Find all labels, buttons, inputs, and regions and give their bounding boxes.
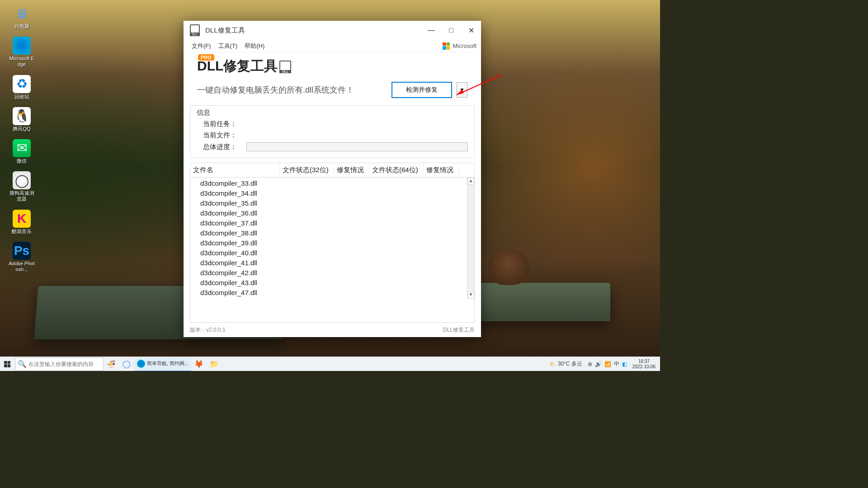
search-input[interactable] — [28, 361, 96, 367]
column-header[interactable]: 文件状态(32位) — [280, 163, 334, 177]
icon: Ps — [13, 242, 31, 260]
app-name-text: DLL修复工具 — [443, 326, 475, 334]
icon: K — [13, 210, 31, 228]
icon: ◯ — [13, 171, 31, 189]
titlebar[interactable]: DLL修复工具 — □ ✕ — [184, 21, 481, 40]
table-row[interactable]: d3dcompiler_40.dll — [200, 248, 467, 258]
icon: ✉ — [13, 139, 31, 157]
tray-icon[interactable]: ⊕ — [588, 361, 592, 367]
table-row[interactable]: d3dcompiler_35.dll — [200, 198, 467, 208]
taskbar-edge[interactable]: 简单导航, 简约网... — [134, 357, 191, 371]
table-header: 文件名文件状态(32位)修复情况文件状态(64位)修复情况 — [190, 163, 474, 178]
icon: 🖥 — [13, 5, 31, 23]
icon-label: 回收站 — [8, 94, 35, 100]
app-window: DLL修复工具 — □ ✕ 文件(F) 工具(T) 帮助(H) Microsof… — [184, 21, 481, 337]
scroll-up-icon[interactable]: ▲ — [467, 178, 474, 185]
hero-title: DLL修复工具 PRO — [197, 57, 467, 75]
desktop-icon[interactable]: K酷我音乐 — [8, 210, 35, 235]
clock[interactable]: 16:37 2022-10-06 — [630, 359, 658, 370]
column-header[interactable]: 文件状态(64位) — [369, 163, 424, 177]
desktop-icon[interactable]: Microsoft Edge — [8, 37, 35, 67]
desktop-icon[interactable]: ♻回收站 — [8, 75, 35, 100]
menu-file[interactable]: 文件(F) — [188, 42, 215, 50]
icon-label: Adobe Photosh... — [8, 261, 35, 272]
minimize-button[interactable]: — — [421, 21, 441, 40]
desktop-icons: 🖥此电脑Microsoft Edge♻回收站🐧腾讯QQ✉微信◯搜狗高速浏览器K酷… — [8, 5, 40, 280]
icon-label: 酷我音乐 — [8, 229, 35, 235]
system-tray: ⛅ 30°C 多云 ⊕ 🔊 📶 中 ◧ 16:37 2022-10-06 — [549, 359, 660, 370]
progress-bar — [246, 142, 468, 151]
desktop-icon[interactable]: 🖥此电脑 — [8, 5, 35, 29]
table-row[interactable]: d3dcompiler_38.dll — [200, 228, 467, 238]
hero-section: DLL修复工具 PRO 一键自动修复电脑丢失的所有.dll系统文件！ 检测并修复… — [184, 52, 481, 101]
taskbar-firefox[interactable]: 🦊 — [191, 357, 207, 371]
table-row[interactable]: d3dcompiler_41.dll — [200, 258, 467, 268]
icon-label: 腾讯QQ — [8, 126, 35, 132]
current-file-label: 当前文件： — [203, 131, 244, 140]
table-row[interactable]: d3dcompiler_42.dll — [200, 268, 467, 278]
column-header[interactable]: 文件名 — [190, 163, 280, 177]
menu-tools[interactable]: 工具(T) — [215, 42, 241, 50]
taskbar-sogou[interactable]: ◯ — [119, 357, 134, 371]
dropdown-button[interactable]: ▼ — [457, 82, 467, 98]
dll-icon — [279, 61, 291, 73]
version-text: 版本：v2.0.0.1 — [190, 326, 226, 334]
file-list[interactable]: d3dcompiler_33.dlld3dcompiler_34.dlld3dc… — [190, 178, 467, 299]
info-title: 信息 — [197, 108, 468, 117]
close-button[interactable]: ✕ — [461, 21, 481, 40]
column-header[interactable]: 修复情况 — [424, 163, 459, 177]
icon-label: 搜狗高速浏览器 — [8, 190, 35, 202]
scroll-down-icon[interactable]: ▼ — [467, 291, 474, 299]
table-row[interactable]: d3dcompiler_34.dll — [200, 188, 467, 198]
tray-volume-icon[interactable]: 🔊 — [595, 361, 602, 367]
progress-label: 总体进度： — [203, 143, 244, 151]
weather-icon: ⛅ — [549, 361, 556, 367]
icon-label: Microsoft Edge — [8, 56, 35, 67]
start-button[interactable] — [0, 357, 14, 371]
desktop-icon[interactable]: 🐧腾讯QQ — [8, 107, 35, 132]
microsoft-logo: Microsoft — [443, 42, 476, 50]
tray-wifi-icon[interactable]: 📶 — [604, 361, 611, 367]
current-task-label: 当前任务： — [203, 120, 244, 128]
pro-badge: PRO — [198, 54, 214, 61]
table-row[interactable]: d3dcompiler_36.dll — [200, 208, 467, 218]
edge-icon — [137, 360, 145, 368]
tray-ime-icon[interactable]: 中 — [614, 360, 619, 368]
table-row[interactable]: d3dcompiler_39.dll — [200, 238, 467, 248]
wallpaper-decor — [488, 249, 529, 285]
desktop-icon[interactable]: PsAdobe Photosh... — [8, 242, 35, 272]
app-icon — [190, 24, 200, 36]
desktop-icon[interactable]: ◯搜狗高速浏览器 — [8, 171, 35, 202]
table-row[interactable]: d3dcompiler_43.dll — [200, 278, 467, 288]
table-row[interactable]: d3dcompiler_37.dll — [200, 218, 467, 228]
desktop-icon[interactable]: ✉微信 — [8, 139, 35, 164]
file-table: 文件名文件状态(32位)修复情况文件状态(64位)修复情况 d3dcompile… — [190, 163, 475, 323]
taskbar: 🔍 🍜 ◯ 简单导航, 简约网... 🦊 📁 ⛅ 30°C 多云 ⊕ 🔊 📶 中… — [0, 357, 660, 371]
taskbar-app-1[interactable]: 🍜 — [104, 357, 119, 371]
menu-help[interactable]: 帮助(H) — [241, 42, 268, 50]
statusbar: 版本：v2.0.0.1 DLL修复工具 — [184, 323, 481, 337]
table-row[interactable]: d3dcompiler_33.dll — [200, 178, 467, 188]
tray-icon-2[interactable]: ◧ — [622, 361, 627, 367]
icon: 🐧 — [13, 107, 31, 125]
subtitle: 一键自动修复电脑丢失的所有.dll系统文件！ — [197, 84, 387, 95]
weather-widget[interactable]: ⛅ 30°C 多云 — [549, 360, 582, 368]
icon: ♻ — [13, 75, 31, 93]
taskbar-explorer[interactable]: 📁 — [207, 357, 222, 371]
icon-label: 此电脑 — [8, 23, 35, 29]
scan-repair-button[interactable]: 检测并修复 — [392, 82, 452, 98]
taskbar-search[interactable]: 🔍 — [15, 357, 104, 371]
window-title: DLL修复工具 — [205, 26, 421, 35]
table-row[interactable]: d3dcompiler_47.dll — [200, 288, 467, 298]
icon — [13, 37, 31, 55]
column-header[interactable]: 修复情况 — [334, 163, 369, 177]
search-icon: 🔍 — [16, 360, 28, 368]
menubar: 文件(F) 工具(T) 帮助(H) Microsoft — [184, 40, 481, 52]
info-group: 信息 当前任务： 当前文件： 总体进度： — [190, 105, 475, 158]
vertical-scrollbar[interactable]: ▲ ▼ — [467, 178, 474, 299]
icon-label: 微信 — [8, 158, 35, 164]
maximize-button[interactable]: □ — [441, 21, 461, 40]
